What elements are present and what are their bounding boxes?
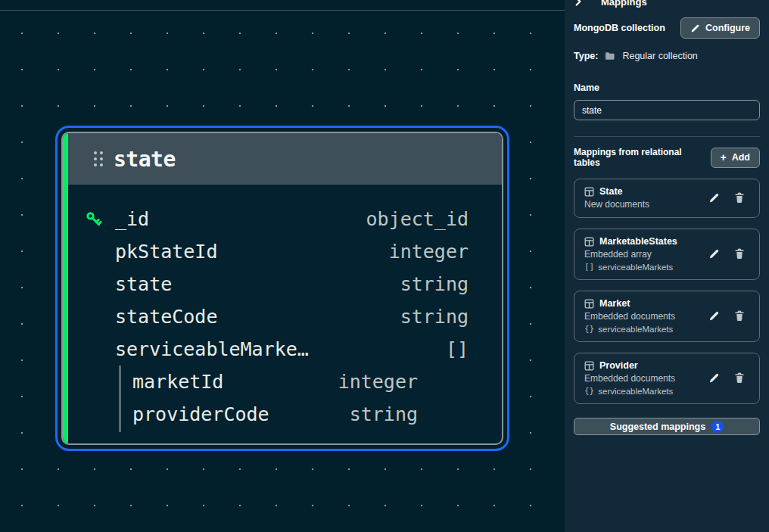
- suggested-count-badge: 1: [711, 421, 724, 433]
- plus-icon: +: [721, 151, 727, 163]
- mappings-section-label: Mappings from relational tables: [574, 147, 711, 168]
- mapping-path: serviceableMarkets: [598, 325, 673, 334]
- mapping-card-marketablestates[interactable]: MarketableStates Embedded array [] servi…: [574, 229, 760, 280]
- mapping-card-state[interactable]: State New documents: [574, 179, 760, 218]
- field-type: integer: [338, 371, 418, 393]
- table-icon: [584, 299, 594, 309]
- entity-selection-ring: state _id: [55, 126, 509, 451]
- edit-mapping-icon[interactable]: [708, 192, 720, 204]
- section-divider: [574, 136, 760, 137]
- mapping-table-name: Provider: [599, 360, 638, 371]
- suggested-mappings-button[interactable]: Suggested mappings 1: [574, 418, 760, 435]
- array-glyph: []: [584, 262, 594, 272]
- nested-field-group: marketId integer providerCode string: [119, 366, 502, 432]
- edit-mapping-icon[interactable]: [708, 372, 720, 384]
- edit-mapping-icon[interactable]: [708, 248, 720, 260]
- folder-icon: [605, 51, 615, 61]
- mapping-card-market[interactable]: Market Embedded documents {} serviceable…: [574, 291, 760, 342]
- field-row[interactable]: state string: [68, 268, 502, 300]
- mapping-table-name: Market: [599, 298, 630, 309]
- type-label: Type:: [574, 51, 598, 61]
- field-row[interactable]: pkStateId integer: [68, 235, 502, 268]
- field-name: marketId: [132, 371, 223, 393]
- primary-key-icon: [83, 209, 104, 230]
- field-name: _id: [115, 208, 149, 230]
- field-type: []: [446, 338, 469, 360]
- panel-header: Mappings: [574, 0, 760, 8]
- table-icon: [584, 187, 594, 197]
- type-row: Type: Regular collection: [574, 51, 760, 61]
- entity-title: state: [114, 147, 176, 172]
- field-row[interactable]: providerCode string: [121, 398, 502, 431]
- type-value: Regular collection: [622, 51, 697, 61]
- object-glyph: {}: [584, 386, 594, 396]
- mapping-mode: New documents: [584, 199, 708, 210]
- delete-mapping-icon[interactable]: [734, 372, 745, 384]
- collection-section-header: MongoDB collection Configure: [574, 17, 760, 39]
- field-type: object_id: [366, 208, 469, 230]
- add-button-label: Add: [732, 152, 750, 163]
- field-name: pkStateId: [115, 241, 217, 263]
- diagram-canvas[interactable]: state _id: [0, 0, 565, 532]
- field-type: string: [400, 306, 469, 328]
- mapping-mode: Embedded array: [584, 249, 708, 260]
- field-name: stateCode: [115, 306, 217, 328]
- field-type: string: [400, 273, 469, 295]
- mapping-mode: Embedded documents: [584, 373, 708, 384]
- entity-node-state[interactable]: state _id: [61, 132, 503, 445]
- mapping-path: serviceableMarkets: [598, 263, 673, 272]
- configure-button[interactable]: Configure: [680, 17, 760, 39]
- field-row[interactable]: marketId integer: [121, 366, 502, 398]
- mapping-card-provider[interactable]: Provider Embedded documents {} serviceab…: [574, 353, 760, 404]
- entity-accent-stripe: [63, 133, 68, 443]
- configure-button-label: Configure: [705, 23, 750, 33]
- field-row[interactable]: _id object_id: [68, 203, 502, 235]
- collapse-chevron-icon[interactable]: [574, 0, 583, 6]
- add-mapping-button[interactable]: + Add: [711, 148, 761, 168]
- mapping-table-name: State: [599, 186, 623, 197]
- field-name: providerCode: [132, 403, 269, 425]
- field-type: string: [350, 403, 418, 425]
- object-glyph: {}: [584, 324, 594, 334]
- table-icon: [584, 237, 594, 247]
- entity-field-list: _id object_id pkStateId integer state st…: [68, 185, 502, 432]
- name-field-label: Name: [574, 82, 760, 93]
- mapping-mode: Embedded documents: [584, 311, 708, 322]
- suggested-mappings-label: Suggested mappings: [610, 422, 705, 432]
- delete-mapping-icon[interactable]: [734, 248, 745, 260]
- field-name: serviceableMarke…: [115, 338, 309, 360]
- mappings-section-header: Mappings from relational tables + Add: [574, 147, 760, 168]
- canvas-top-border: [0, 10, 565, 11]
- drag-handle-icon[interactable]: [94, 151, 103, 166]
- mappings-panel: Mappings MongoDB collection Configure Ty…: [565, 0, 769, 532]
- collection-name-input[interactable]: [574, 100, 760, 120]
- pencil-icon: [690, 23, 700, 33]
- delete-mapping-icon[interactable]: [734, 310, 745, 322]
- field-row[interactable]: serviceableMarke… []: [68, 333, 502, 366]
- table-icon: [584, 361, 594, 371]
- field-row[interactable]: stateCode string: [68, 300, 502, 333]
- mapping-path: serviceableMarkets: [598, 387, 673, 396]
- field-type: integer: [389, 241, 469, 263]
- field-name: state: [115, 273, 172, 295]
- entity-header[interactable]: state: [68, 133, 502, 185]
- collection-label: MongoDB collection: [574, 23, 665, 33]
- panel-title: Mappings: [601, 0, 647, 8]
- mapping-table-name: MarketableStates: [599, 236, 677, 247]
- edit-mapping-icon[interactable]: [708, 310, 720, 322]
- delete-mapping-icon[interactable]: [734, 192, 745, 204]
